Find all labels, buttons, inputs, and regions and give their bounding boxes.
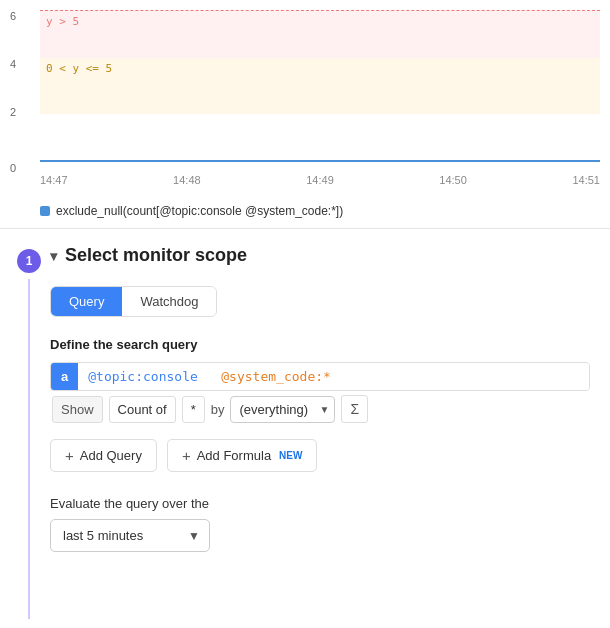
step-circle: 1 xyxy=(17,249,41,273)
section-content: ▾ Select monitor scope Query Watchdog De… xyxy=(40,229,610,619)
add-query-label: Add Query xyxy=(80,448,142,463)
zone-red-label: y > 5 xyxy=(46,15,79,28)
tab-watchdog[interactable]: Watchdog xyxy=(122,287,216,316)
y-label-2: 2 xyxy=(10,106,16,118)
zone-red: y > 5 xyxy=(40,10,600,58)
zone-yellow-label: 0 < y <= 5 xyxy=(46,62,112,75)
section-title-text: Select monitor scope xyxy=(65,245,247,266)
sigma-button[interactable]: Σ xyxy=(341,395,368,423)
zone-yellow: 0 < y <= 5 xyxy=(40,58,600,114)
add-formula-label: Add Formula xyxy=(197,448,271,463)
everything-select-wrapper: (everything) ▼ xyxy=(230,396,335,423)
y-label-0: 0 xyxy=(10,162,16,174)
time-select-wrapper: last 5 minutes last 10 minutes last 15 m… xyxy=(50,519,210,552)
y-label-4: 4 xyxy=(10,58,16,70)
y-label-6: 6 xyxy=(10,10,16,22)
search-query-label: Define the search query xyxy=(50,337,590,352)
time-select[interactable]: last 5 minutes last 10 minutes last 15 m… xyxy=(50,519,210,552)
add-formula-button[interactable]: + Add Formula NEW xyxy=(167,439,318,472)
query-row: a @topic:console @system_code:* xyxy=(50,362,590,391)
evaluate-label: Evaluate the query over the xyxy=(50,496,590,511)
section-title-row: ▾ Select monitor scope xyxy=(50,245,590,266)
x-label-0: 14:47 xyxy=(40,174,68,186)
query-topic-part: @topic:console xyxy=(88,369,198,384)
chart-x-labels: 14:47 14:48 14:49 14:50 14:51 xyxy=(40,170,600,186)
x-label-2: 14:49 xyxy=(306,174,334,186)
main-content: 1 ▾ Select monitor scope Query Watchdog … xyxy=(0,229,610,619)
step-line xyxy=(28,279,30,619)
by-label: by xyxy=(211,402,225,417)
chart-inner: 6 4 2 0 y > 5 0 < y <= 5 xyxy=(40,10,600,170)
chart-line xyxy=(40,160,600,162)
everything-select[interactable]: (everything) xyxy=(230,396,335,423)
add-query-plus-icon: + xyxy=(65,447,74,464)
show-label: Show xyxy=(52,396,103,423)
add-buttons-row: + Add Query + Add Formula NEW xyxy=(50,439,590,472)
count-star[interactable]: * xyxy=(182,396,205,423)
query-text[interactable]: @topic:console @system_code:* xyxy=(78,363,589,390)
show-count-row: Show Count of * by (everything) ▼ Σ xyxy=(50,395,590,423)
legend-color-dot xyxy=(40,206,50,216)
x-label-1: 14:48 xyxy=(173,174,201,186)
new-badge: NEW xyxy=(279,450,302,461)
x-label-4: 14:51 xyxy=(572,174,600,186)
add-query-button[interactable]: + Add Query xyxy=(50,439,157,472)
add-formula-plus-icon: + xyxy=(182,447,191,464)
chevron-down-icon[interactable]: ▾ xyxy=(50,248,57,264)
x-label-3: 14:50 xyxy=(439,174,467,186)
query-system-part: @system_code:* xyxy=(221,369,331,384)
tab-query[interactable]: Query xyxy=(51,287,122,316)
query-tag: a xyxy=(51,363,78,390)
step-indicator: 1 xyxy=(0,229,40,619)
count-of-label: Count of xyxy=(109,396,176,423)
legend-text: exclude_null(count[@topic:console @syste… xyxy=(56,204,343,218)
tab-group: Query Watchdog xyxy=(50,286,217,317)
chart-legend: exclude_null(count[@topic:console @syste… xyxy=(0,200,610,228)
chart-area: 6 4 2 0 y > 5 0 < y <= 5 14:47 14:48 14:… xyxy=(0,0,610,200)
